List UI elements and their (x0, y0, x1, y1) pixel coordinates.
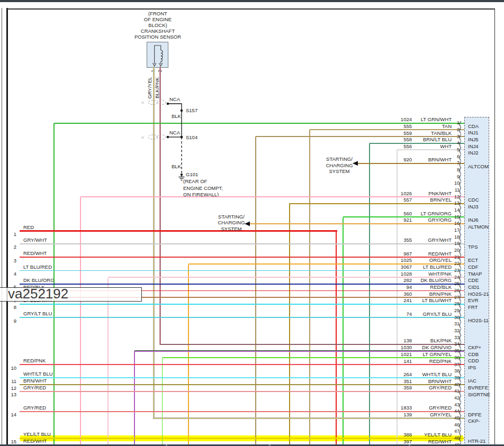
watermark-box: va252192 (0, 287, 142, 302)
arrow-left-icon (245, 221, 250, 226)
scrollbar-tick (166, 444, 167, 446)
scrollbar-tick (269, 444, 271, 446)
wiring-diagram-stage: (FRONT OF ENGINE BLOCK) CRANKSHAFT POSIT… (0, 0, 504, 446)
diagram-symbols (0, 0, 504, 446)
arrow-left-icon (353, 161, 358, 166)
watermark-text: va252192 (8, 286, 68, 302)
window-chrome-bottom[interactable] (0, 444, 504, 446)
scrollbar-tick (409, 444, 410, 446)
window-chrome-top (0, 0, 504, 2)
